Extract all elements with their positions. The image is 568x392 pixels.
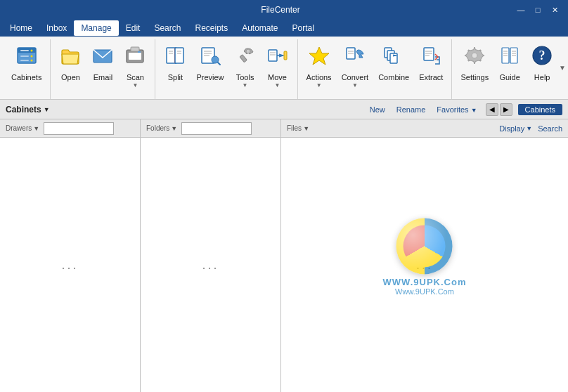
folders-chevron-icon: ▼ [171,125,177,132]
extract-label: Extract [419,73,443,82]
files-header: Files ▼ Display ▼ Search [281,119,568,138]
drawers-title: Drawers [6,124,32,132]
rename-button[interactable]: Rename [394,104,429,115]
nav-next-button[interactable]: ▶ [500,103,512,116]
svg-rect-40 [424,48,434,60]
email-button[interactable]: Email [87,41,118,96]
extract-icon [420,44,442,70]
svg-marker-33 [309,47,329,65]
split-label: Split [168,73,183,82]
svg-rect-3 [20,55,29,57]
files-dropdown-button[interactable]: Files ▼ [287,124,309,132]
menu-automate[interactable]: Automate [235,20,285,36]
settings-button[interactable]: Settings [456,41,493,96]
minimize-button[interactable]: — [513,3,529,17]
menu-edit[interactable]: Edit [119,20,148,36]
cabinets-chevron-icon: ▼ [44,106,50,113]
display-chevron-icon: ▼ [526,125,532,132]
menu-bar: Home Inbox Manage Edit Search Receipts A… [0,20,568,37]
svg-rect-26 [240,55,247,63]
ribbon: Cabinets Open Email [0,37,568,100]
help-label: Help [534,73,550,82]
svg-rect-4 [20,60,29,61]
cabinets-title[interactable]: Cabinets ▼ [6,105,50,115]
drawers-header: Drawers ▼ [0,119,140,138]
preview-button[interactable]: Preview [192,41,228,96]
nav-prev-button[interactable]: ◀ [486,103,498,116]
ribbon-group-cabinets: Cabinets [3,39,51,99]
menu-manage[interactable]: Manage [74,20,118,36]
cabinets-bar: Cabinets ▼ New Rename Favorites ▼ ◀ ▶ Ca… [0,100,568,119]
svg-rect-2 [20,50,29,51]
folders-search-input[interactable] [181,122,252,135]
cabinets-icon [15,44,38,70]
svg-point-45 [472,53,477,58]
folders-panel: Folders ▼ ... [141,119,281,392]
drawers-dropdown-button[interactable]: Drawers ▼ [6,124,39,132]
favorites-button[interactable]: Favorites ▼ [434,104,479,115]
move-button[interactable]: Move ▼ [262,41,293,96]
svg-rect-11 [131,47,139,51]
actions-label: Actions [306,73,332,82]
actions-button[interactable]: Actions ▼ [302,41,336,96]
svg-point-27 [246,49,250,53]
cabinets-tab[interactable]: Cabinets [518,104,562,115]
files-header-right: Display ▼ Search [499,124,562,133]
menu-portal[interactable]: Portal [285,20,321,36]
search-button[interactable]: Search [538,124,562,133]
extract-button[interactable]: Extract [415,41,447,96]
app-title: FileCenter [48,5,513,15]
ribbon-group-actions: Actions ▼ Convert ▼ [298,39,453,99]
tools-button[interactable]: Tools ▼ [230,41,261,96]
scan-icon [124,44,146,70]
split-button[interactable]: Split [160,41,191,96]
cabinets-button[interactable]: Cabinets [7,41,46,96]
open-label: Open [61,73,80,82]
tools-icon [234,44,257,70]
menu-inbox[interactable]: Inbox [39,20,74,36]
svg-rect-28 [269,50,277,61]
svg-rect-15 [175,48,183,63]
main-area: Drawers ▼ ... Folders ▼ ... Files ▼ [0,119,568,392]
move-label: Move [268,73,287,82]
preview-label: Preview [196,73,224,82]
cabinets-label: Cabinets [11,73,41,82]
watermark-text2: Www.9UPK.Com [383,287,467,296]
scan-label: Scan [127,73,144,82]
files-dots: ... [416,258,433,273]
drawers-search-input[interactable] [44,122,114,135]
menu-home[interactable]: Home [3,20,39,36]
svg-rect-12 [138,51,141,53]
email-icon [91,44,114,70]
settings-icon [463,44,486,70]
split-icon [164,44,186,70]
files-panel: Files ▼ Display ▼ Search ... [281,119,568,392]
settings-label: Settings [460,73,489,82]
maximize-button[interactable]: □ [530,3,546,17]
svg-text:?: ? [539,48,546,63]
guide-icon [498,44,521,70]
folders-dropdown-button[interactable]: Folders ▼ [146,124,177,132]
new-cabinet-button[interactable]: New [367,104,388,115]
convert-button[interactable]: Convert ▼ [337,41,373,96]
open-button[interactable]: Open [55,41,86,96]
drawers-panel: Drawers ▼ ... [0,119,141,392]
ribbon-scroll[interactable]: ▼ [557,37,568,99]
ribbon-group-tools: Split Preview [155,39,297,99]
menu-search[interactable]: Search [147,20,188,36]
cabinets-bar-right: New Rename Favorites ▼ ◀ ▶ Cabinets [367,103,562,116]
combine-button[interactable]: Combine [374,41,413,96]
move-icon [266,44,289,70]
menu-receipts[interactable]: Receipts [188,20,235,36]
drawers-body: ... [0,138,140,392]
scan-button[interactable]: Scan ▼ [120,41,150,96]
svg-rect-32 [284,51,287,60]
display-button[interactable]: Display ▼ [499,124,532,133]
help-button[interactable]: ? Help [527,41,557,96]
title-bar: FileCenter — □ ✕ [0,0,568,20]
folders-title: Folders [146,124,169,132]
folders-dots: ... [202,258,219,273]
guide-button[interactable]: Guide [494,41,525,96]
combine-label: Combine [378,73,409,82]
close-button[interactable]: ✕ [547,3,562,17]
